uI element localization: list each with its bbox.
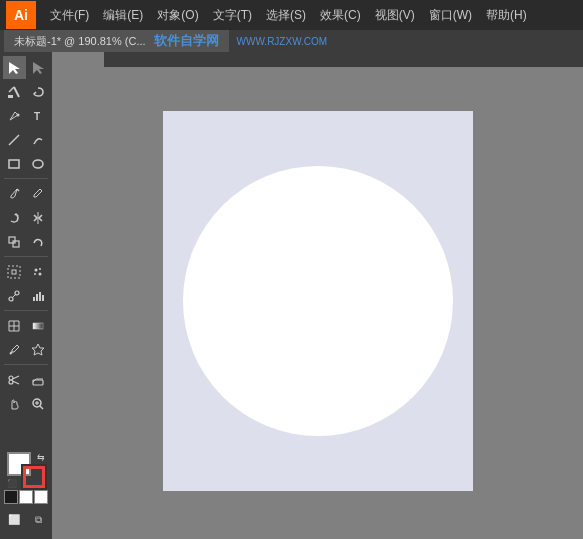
tool-row-eyedropper: [3, 338, 50, 361]
watermark-line1: 软件自学网: [154, 32, 219, 50]
svg-point-22: [15, 291, 19, 295]
svg-line-7: [9, 135, 19, 145]
eyedropper-tool[interactable]: [3, 338, 26, 361]
svg-line-3: [9, 87, 14, 92]
toolbar-divider-4: [4, 364, 47, 365]
svg-line-2: [14, 87, 19, 97]
rotate-tool[interactable]: [3, 206, 26, 229]
swap-colors-icon[interactable]: ⇆: [37, 452, 45, 462]
paintbrush-tool[interactable]: [3, 182, 26, 205]
circle-shape: [183, 166, 453, 436]
tool-row-rotate: [3, 206, 50, 229]
mesh-tool[interactable]: [3, 314, 26, 337]
tool-row-shapes: [3, 152, 50, 175]
document-tab-label: 未标题-1* @ 190.81% (C...: [14, 34, 146, 49]
svg-point-36: [9, 376, 13, 380]
symbol-sprayer-tool[interactable]: [27, 260, 50, 283]
tool-row-scissors: [3, 368, 50, 391]
svg-point-19: [34, 273, 36, 275]
scale-tool[interactable]: [3, 230, 26, 253]
selection-tool[interactable]: [3, 56, 26, 79]
svg-point-20: [39, 272, 42, 275]
svg-rect-16: [12, 270, 16, 274]
menu-edit[interactable]: 编辑(E): [97, 4, 149, 27]
title-bar: Ai 文件(F) 编辑(E) 对象(O) 文字(T) 选择(S) 效果(C) 视…: [0, 0, 583, 30]
svg-line-23: [13, 294, 16, 297]
tool-row-transform: [3, 260, 50, 283]
svg-point-17: [35, 268, 38, 271]
svg-rect-25: [36, 294, 38, 301]
menu-help[interactable]: 帮助(H): [480, 4, 533, 27]
tool-extra-row: ⬜ ⧉: [2, 508, 50, 531]
svg-point-37: [9, 380, 13, 384]
zoom-tool[interactable]: [27, 392, 50, 415]
svg-rect-26: [39, 292, 41, 301]
blend-tool[interactable]: [3, 284, 26, 307]
stroke-swatch[interactable]: [23, 466, 45, 488]
direct-selection-tool[interactable]: [27, 56, 50, 79]
left-toolbar: T: [0, 52, 52, 539]
magic-wand-tool[interactable]: [3, 80, 26, 103]
svg-point-5: [17, 113, 20, 116]
svg-marker-0: [9, 62, 20, 74]
menu-object[interactable]: 对象(O): [151, 4, 204, 27]
tool-row-wand: [3, 80, 50, 103]
tool-row-selection: [3, 56, 50, 79]
free-transform-tool[interactable]: [3, 260, 26, 283]
arc-tool[interactable]: [27, 128, 50, 151]
svg-rect-8: [9, 160, 19, 168]
menu-window[interactable]: 窗口(W): [423, 4, 478, 27]
canvas-area: [52, 52, 583, 539]
svg-marker-1: [33, 62, 44, 74]
rectangle-tool[interactable]: [3, 152, 26, 175]
reset-colors-icon[interactable]: ⬛: [7, 479, 17, 488]
column-graph-tool[interactable]: [27, 284, 50, 307]
menu-file[interactable]: 文件(F): [44, 4, 95, 27]
menu-view[interactable]: 视图(V): [369, 4, 421, 27]
stroke-fill-area: ⇆ ⬛: [7, 452, 45, 488]
lasso-tool[interactable]: [27, 80, 50, 103]
svg-line-35: [10, 352, 12, 354]
gradient-tool[interactable]: [27, 314, 50, 337]
svg-rect-4: [8, 95, 13, 98]
black-swatch[interactable]: [4, 490, 18, 504]
reflect-tool[interactable]: [27, 206, 50, 229]
svg-rect-13: [9, 237, 15, 243]
svg-rect-15: [8, 266, 20, 278]
line-segment-tool[interactable]: [3, 128, 26, 151]
white-swatch[interactable]: [19, 490, 33, 504]
type-tool[interactable]: T: [27, 104, 50, 127]
tool-row-scale: [3, 230, 50, 253]
menu-select[interactable]: 选择(S): [260, 4, 312, 27]
warp-tool[interactable]: [27, 230, 50, 253]
document-tab[interactable]: 未标题-1* @ 190.81% (C... 软件自学网: [4, 30, 229, 52]
tool-row-graph: [3, 284, 50, 307]
menu-effect[interactable]: 效果(C): [314, 4, 367, 27]
change-screen-mode[interactable]: ⬜: [2, 508, 25, 531]
menu-type[interactable]: 文字(T): [207, 4, 258, 27]
artboard-tool-extra[interactable]: ⧉: [27, 508, 50, 531]
ellipse-tool[interactable]: [27, 152, 50, 175]
live-paint-tool[interactable]: [27, 338, 50, 361]
menu-bar-items: 文件(F) 编辑(E) 对象(O) 文字(T) 选择(S) 效果(C) 视图(V…: [44, 4, 577, 27]
tool-row-pen: T: [3, 104, 50, 127]
tool-row-mesh: [3, 314, 50, 337]
svg-rect-34: [33, 323, 43, 329]
color-area: ⇆ ⬛ ⬜ ⧉: [2, 448, 50, 535]
none-swatch[interactable]: [34, 490, 48, 504]
tool-row-line: [3, 128, 50, 151]
document-tab-bar: 未标题-1* @ 190.81% (C... 软件自学网 WWW.RJZXW.C…: [0, 30, 583, 52]
pen-tool[interactable]: [3, 104, 26, 127]
svg-rect-27: [42, 295, 44, 301]
scissors-tool[interactable]: [3, 368, 26, 391]
svg-point-9: [33, 160, 43, 168]
svg-text:T: T: [34, 111, 40, 122]
artboard: [163, 111, 473, 491]
toolbar-divider: [4, 178, 47, 179]
tool-row-hand: [3, 392, 50, 415]
hand-tool[interactable]: [3, 392, 26, 415]
svg-line-42: [40, 406, 43, 409]
eraser-tool[interactable]: [27, 368, 50, 391]
svg-point-21: [9, 297, 13, 301]
pencil-tool[interactable]: [27, 182, 50, 205]
